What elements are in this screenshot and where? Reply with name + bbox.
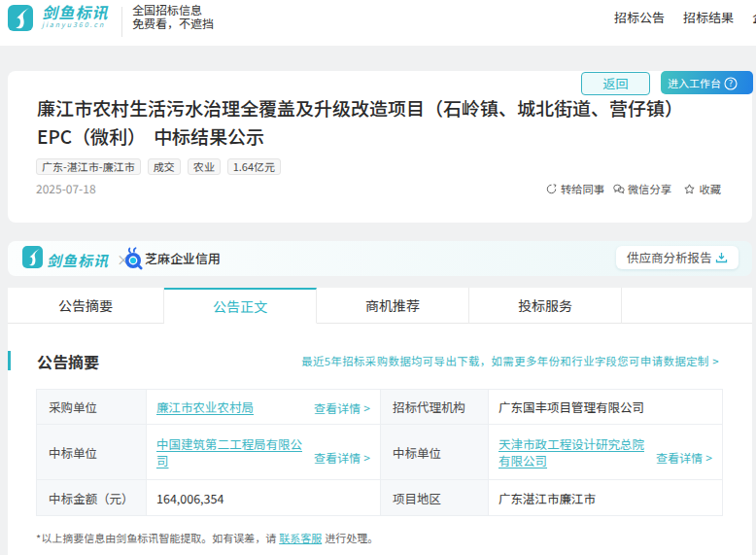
svg-text:?: ? — [729, 77, 733, 89]
